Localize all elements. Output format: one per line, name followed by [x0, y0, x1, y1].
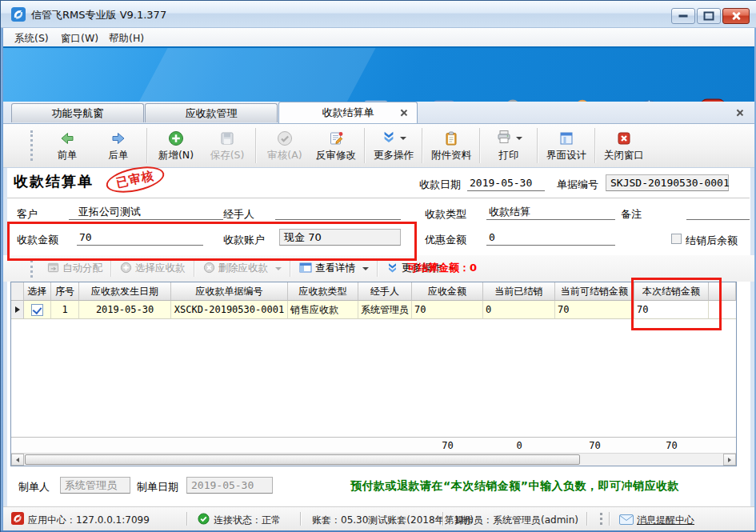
view-details-button[interactable]: 查看详情 [294, 259, 374, 278]
status-separator [586, 512, 588, 526]
tabstrip-close-icon[interactable] [736, 109, 743, 116]
receipt-amount-field[interactable]: 70 [77, 230, 203, 246]
cell-type[interactable]: 销售应收款 [288, 301, 358, 319]
receipt-type-field[interactable]: 收款结算 [486, 204, 615, 220]
column-header-amount[interactable]: 应收金额 [412, 282, 483, 301]
save-floppy-icon [219, 130, 235, 147]
dropdown-caret-icon [516, 137, 522, 140]
unaudit-edit-button[interactable]: 反审修改 [310, 126, 362, 166]
column-header-this-settle[interactable]: 本次结销金额 [634, 282, 709, 301]
next-doc-button[interactable]: 后单 [93, 126, 144, 166]
column-header-doc-no[interactable]: 应收款单据编号 [171, 282, 288, 301]
dropdown-caret-icon [400, 137, 406, 140]
print-button[interactable]: 打印 [483, 126, 534, 166]
save-button[interactable]: 保存(S) [202, 126, 253, 166]
status-separator [186, 512, 188, 526]
restore-button[interactable] [697, 8, 721, 24]
summary-settled: 0 [483, 440, 555, 451]
checkbox-checked-icon[interactable] [31, 304, 43, 316]
menu-system[interactable]: 系统(S) [10, 31, 54, 46]
receipt-amount-label: 收款金额 [17, 233, 58, 247]
delete-receivable-button[interactable]: 删除应收款 [198, 259, 288, 278]
horizontal-scrollbar[interactable] [11, 453, 736, 466]
tab-strip: 功能导航窗 应收款管理 收款结算单 [3, 102, 754, 123]
column-header-settled[interactable]: 当前已结销 [483, 282, 555, 301]
restore-icon [704, 12, 714, 21]
close-window-button[interactable] [722, 8, 750, 24]
auto-assign-button[interactable]: 自动分配 [42, 259, 108, 278]
attachments-button[interactable]: 附件资料 [426, 126, 477, 166]
app-window: 信管飞RMS专业版 V9.1.377 系统(S) 窗口(W) 帮助(H) 信管飞… [0, 0, 756, 532]
cell-amount[interactable]: 70 [412, 301, 483, 319]
connection-status: 连接状态：正常 [214, 514, 281, 527]
envelope-icon [619, 514, 634, 525]
close-tab-button[interactable]: 关闭窗口 [598, 126, 650, 166]
column-header-seq[interactable]: 序号 [51, 282, 79, 301]
form-title: 收款结算单 [14, 172, 94, 191]
balance-checkbox-label: 结销后余额 [686, 234, 738, 248]
edit-page-icon [328, 130, 344, 147]
scroll-left-button[interactable] [11, 454, 24, 466]
toolbar-separator [422, 128, 423, 163]
receipt-account-field[interactable]: 现金 70 [279, 229, 401, 246]
cell-seq[interactable]: 1 [51, 301, 79, 319]
receipt-date-field[interactable]: 2019-05-30 [467, 175, 545, 191]
grid-toolbar: 自动分配 选择应收款 删除应收款 查看详情 更多操作 [3, 255, 754, 282]
column-header-select[interactable]: 选择 [24, 282, 51, 301]
column-header-date[interactable]: 应收款发生日期 [79, 282, 171, 301]
minimize-button[interactable] [671, 8, 695, 24]
customer-field[interactable]: 亚拓公司测试 [69, 204, 223, 220]
double-chevron-down-icon [382, 130, 396, 146]
column-header-settleable[interactable]: 当前可结销金额 [555, 282, 634, 301]
more-actions-button[interactable]: 更多操作 [368, 126, 419, 166]
grid-data-row[interactable]: 1 2019-05-30 XSCKD-20190530-0001 销售应收款 系… [11, 301, 736, 319]
cell-this-settle[interactable]: 70 [634, 301, 709, 319]
cell-handler[interactable]: 系统管理员 [358, 301, 412, 319]
new-button[interactable]: 新增(N) [150, 126, 202, 166]
client-left-margin [3, 168, 7, 506]
column-header-type[interactable]: 应收款类型 [288, 282, 358, 301]
scrollbar-thumb[interactable] [25, 454, 580, 465]
app-center-status: 应用中心：127.0.0.1:7099 [28, 514, 150, 527]
discount-amount-field[interactable]: 0 [486, 230, 615, 246]
summary-settleable: 70 [555, 440, 634, 451]
cell-settleable[interactable]: 70 [555, 301, 634, 319]
handler-field[interactable] [275, 204, 401, 220]
column-header-handler[interactable]: 经手人 [358, 282, 412, 301]
app-center-logo-icon [11, 512, 24, 525]
handler-label: 经手人 [223, 207, 254, 222]
toolbar-separator [146, 128, 148, 163]
auto-assign-icon [47, 262, 59, 276]
scroll-right-button[interactable] [723, 454, 736, 466]
tab-close-icon[interactable] [400, 109, 407, 116]
prev-doc-button[interactable]: 前单 [42, 126, 93, 166]
create-date-field: 2019-05-30 [186, 477, 273, 494]
scroll-left-icon [16, 458, 19, 462]
select-receivable-button[interactable]: 选择应收款 [114, 259, 191, 278]
ui-design-button[interactable]: 界面设计 [541, 126, 592, 166]
cell-settled[interactable]: 0 [483, 301, 555, 319]
status-grip [600, 513, 605, 525]
toolbar-separator [290, 261, 291, 277]
doc-no-field: SKJSD-20190530-0001 [606, 174, 729, 191]
toolbar-separator [255, 128, 257, 163]
clipboard-icon [443, 130, 459, 147]
remark-field[interactable] [686, 204, 750, 220]
status-separator [300, 512, 302, 526]
tab-receipt-settlement[interactable]: 收款结算单 [278, 102, 418, 123]
dropdown-caret-icon [362, 267, 369, 270]
tab-function-navigator[interactable]: 功能导航窗 [11, 103, 144, 122]
cell-date[interactable]: 2019-05-30 [79, 301, 171, 319]
menu-help[interactable]: 帮助(H) [104, 31, 149, 46]
audit-button[interactable]: 审核(A) [259, 126, 310, 166]
row-indicator-cell [11, 301, 24, 319]
menu-window[interactable]: 窗口(W) [56, 31, 103, 46]
toolbar-separator [194, 261, 195, 277]
message-center-link[interactable]: 消息提醒中心 [637, 514, 694, 527]
window-title: 信管飞RMS专业版 V9.1.377 [31, 8, 166, 22]
cell-doc-no[interactable]: XSCKD-20190530-0001 [171, 301, 288, 319]
divider [7, 198, 750, 198]
balance-checkbox[interactable] [671, 234, 682, 244]
tab-receivables-management[interactable]: 应收款管理 [145, 103, 278, 122]
cell-select[interactable] [24, 301, 51, 319]
